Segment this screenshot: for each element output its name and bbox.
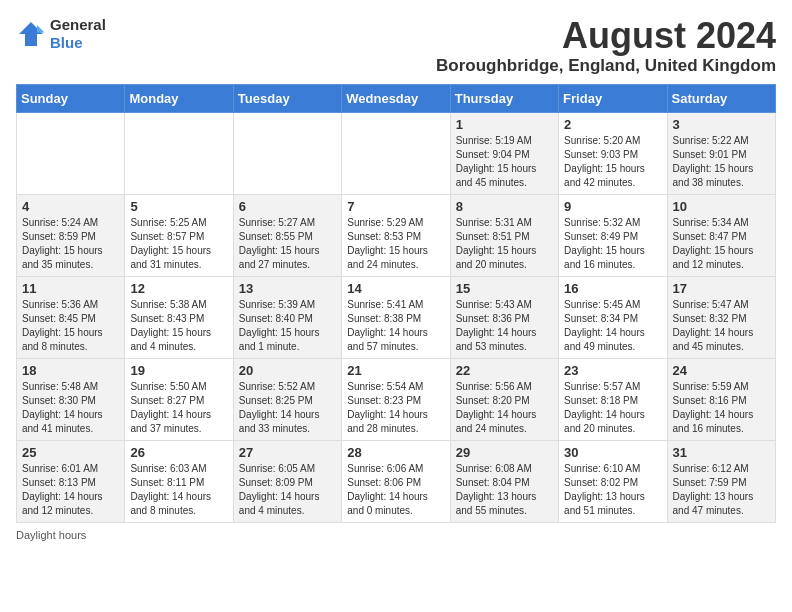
day-cell: 19Sunrise: 5:50 AM Sunset: 8:27 PM Dayli… — [125, 358, 233, 440]
day-cell: 25Sunrise: 6:01 AM Sunset: 8:13 PM Dayli… — [17, 440, 125, 522]
day-info: Sunrise: 5:59 AM Sunset: 8:16 PM Dayligh… — [673, 380, 770, 436]
day-cell: 5Sunrise: 5:25 AM Sunset: 8:57 PM Daylig… — [125, 194, 233, 276]
day-info: Sunrise: 5:50 AM Sunset: 8:27 PM Dayligh… — [130, 380, 227, 436]
day-cell: 11Sunrise: 5:36 AM Sunset: 8:45 PM Dayli… — [17, 276, 125, 358]
day-number: 24 — [673, 363, 770, 378]
day-number: 7 — [347, 199, 444, 214]
day-number: 4 — [22, 199, 119, 214]
day-number: 20 — [239, 363, 336, 378]
logo-blue: Blue — [50, 34, 83, 51]
day-number: 17 — [673, 281, 770, 296]
title-block: August 2024 Boroughbridge, England, Unit… — [436, 16, 776, 76]
day-number: 14 — [347, 281, 444, 296]
week-row-2: 4Sunrise: 5:24 AM Sunset: 8:59 PM Daylig… — [17, 194, 776, 276]
day-cell: 10Sunrise: 5:34 AM Sunset: 8:47 PM Dayli… — [667, 194, 775, 276]
day-cell: 8Sunrise: 5:31 AM Sunset: 8:51 PM Daylig… — [450, 194, 558, 276]
col-header-tuesday: Tuesday — [233, 84, 341, 112]
day-cell: 13Sunrise: 5:39 AM Sunset: 8:40 PM Dayli… — [233, 276, 341, 358]
day-cell: 7Sunrise: 5:29 AM Sunset: 8:53 PM Daylig… — [342, 194, 450, 276]
day-cell: 29Sunrise: 6:08 AM Sunset: 8:04 PM Dayli… — [450, 440, 558, 522]
col-header-sunday: Sunday — [17, 84, 125, 112]
day-cell: 24Sunrise: 5:59 AM Sunset: 8:16 PM Dayli… — [667, 358, 775, 440]
day-cell: 6Sunrise: 5:27 AM Sunset: 8:55 PM Daylig… — [233, 194, 341, 276]
day-info: Sunrise: 6:08 AM Sunset: 8:04 PM Dayligh… — [456, 462, 553, 518]
col-header-thursday: Thursday — [450, 84, 558, 112]
day-info: Sunrise: 5:32 AM Sunset: 8:49 PM Dayligh… — [564, 216, 661, 272]
day-info: Sunrise: 6:10 AM Sunset: 8:02 PM Dayligh… — [564, 462, 661, 518]
day-info: Sunrise: 5:54 AM Sunset: 8:23 PM Dayligh… — [347, 380, 444, 436]
day-info: Sunrise: 5:29 AM Sunset: 8:53 PM Dayligh… — [347, 216, 444, 272]
day-number: 19 — [130, 363, 227, 378]
day-info: Sunrise: 6:06 AM Sunset: 8:06 PM Dayligh… — [347, 462, 444, 518]
day-cell: 28Sunrise: 6:06 AM Sunset: 8:06 PM Dayli… — [342, 440, 450, 522]
day-info: Sunrise: 5:25 AM Sunset: 8:57 PM Dayligh… — [130, 216, 227, 272]
day-number: 28 — [347, 445, 444, 460]
day-info: Sunrise: 5:52 AM Sunset: 8:25 PM Dayligh… — [239, 380, 336, 436]
logo-icon — [16, 19, 46, 49]
day-info: Sunrise: 6:03 AM Sunset: 8:11 PM Dayligh… — [130, 462, 227, 518]
day-number: 31 — [673, 445, 770, 460]
week-row-4: 18Sunrise: 5:48 AM Sunset: 8:30 PM Dayli… — [17, 358, 776, 440]
logo-inner: General Blue — [16, 16, 106, 52]
day-cell: 14Sunrise: 5:41 AM Sunset: 8:38 PM Dayli… — [342, 276, 450, 358]
day-cell: 30Sunrise: 6:10 AM Sunset: 8:02 PM Dayli… — [559, 440, 667, 522]
day-info: Sunrise: 6:01 AM Sunset: 8:13 PM Dayligh… — [22, 462, 119, 518]
day-cell: 17Sunrise: 5:47 AM Sunset: 8:32 PM Dayli… — [667, 276, 775, 358]
day-info: Sunrise: 5:43 AM Sunset: 8:36 PM Dayligh… — [456, 298, 553, 354]
day-info: Sunrise: 5:24 AM Sunset: 8:59 PM Dayligh… — [22, 216, 119, 272]
day-cell: 2Sunrise: 5:20 AM Sunset: 9:03 PM Daylig… — [559, 112, 667, 194]
day-info: Sunrise: 5:34 AM Sunset: 8:47 PM Dayligh… — [673, 216, 770, 272]
day-cell — [342, 112, 450, 194]
day-cell: 20Sunrise: 5:52 AM Sunset: 8:25 PM Dayli… — [233, 358, 341, 440]
day-cell: 1Sunrise: 5:19 AM Sunset: 9:04 PM Daylig… — [450, 112, 558, 194]
day-cell: 15Sunrise: 5:43 AM Sunset: 8:36 PM Dayli… — [450, 276, 558, 358]
day-info: Sunrise: 5:31 AM Sunset: 8:51 PM Dayligh… — [456, 216, 553, 272]
day-cell: 18Sunrise: 5:48 AM Sunset: 8:30 PM Dayli… — [17, 358, 125, 440]
day-cell: 12Sunrise: 5:38 AM Sunset: 8:43 PM Dayli… — [125, 276, 233, 358]
col-header-monday: Monday — [125, 84, 233, 112]
day-info: Sunrise: 5:56 AM Sunset: 8:20 PM Dayligh… — [456, 380, 553, 436]
day-number: 3 — [673, 117, 770, 132]
svg-marker-1 — [37, 25, 45, 33]
day-info: Sunrise: 5:27 AM Sunset: 8:55 PM Dayligh… — [239, 216, 336, 272]
day-number: 12 — [130, 281, 227, 296]
svg-marker-0 — [19, 22, 43, 46]
day-cell — [233, 112, 341, 194]
day-cell — [125, 112, 233, 194]
day-cell: 3Sunrise: 5:22 AM Sunset: 9:01 PM Daylig… — [667, 112, 775, 194]
page-header: General Blue August 2024 Boroughbridge, … — [16, 16, 776, 76]
day-number: 1 — [456, 117, 553, 132]
day-cell: 31Sunrise: 6:12 AM Sunset: 7:59 PM Dayli… — [667, 440, 775, 522]
day-number: 10 — [673, 199, 770, 214]
day-number: 18 — [22, 363, 119, 378]
footer-note: Daylight hours — [16, 529, 776, 541]
day-info: Sunrise: 5:20 AM Sunset: 9:03 PM Dayligh… — [564, 134, 661, 190]
day-number: 5 — [130, 199, 227, 214]
day-info: Sunrise: 5:47 AM Sunset: 8:32 PM Dayligh… — [673, 298, 770, 354]
day-cell: 21Sunrise: 5:54 AM Sunset: 8:23 PM Dayli… — [342, 358, 450, 440]
day-number: 11 — [22, 281, 119, 296]
day-info: Sunrise: 6:12 AM Sunset: 7:59 PM Dayligh… — [673, 462, 770, 518]
day-info: Sunrise: 5:22 AM Sunset: 9:01 PM Dayligh… — [673, 134, 770, 190]
calendar-header-row: SundayMondayTuesdayWednesdayThursdayFrid… — [17, 84, 776, 112]
day-number: 6 — [239, 199, 336, 214]
main-title: August 2024 — [436, 16, 776, 56]
day-number: 27 — [239, 445, 336, 460]
day-info: Sunrise: 5:48 AM Sunset: 8:30 PM Dayligh… — [22, 380, 119, 436]
day-cell: 16Sunrise: 5:45 AM Sunset: 8:34 PM Dayli… — [559, 276, 667, 358]
subtitle: Boroughbridge, England, United Kingdom — [436, 56, 776, 76]
day-info: Sunrise: 5:36 AM Sunset: 8:45 PM Dayligh… — [22, 298, 119, 354]
day-info: Sunrise: 5:39 AM Sunset: 8:40 PM Dayligh… — [239, 298, 336, 354]
week-row-5: 25Sunrise: 6:01 AM Sunset: 8:13 PM Dayli… — [17, 440, 776, 522]
day-info: Sunrise: 5:41 AM Sunset: 8:38 PM Dayligh… — [347, 298, 444, 354]
daylight-label: Daylight hours — [16, 529, 86, 541]
week-row-1: 1Sunrise: 5:19 AM Sunset: 9:04 PM Daylig… — [17, 112, 776, 194]
col-header-saturday: Saturday — [667, 84, 775, 112]
day-cell: 23Sunrise: 5:57 AM Sunset: 8:18 PM Dayli… — [559, 358, 667, 440]
day-cell: 22Sunrise: 5:56 AM Sunset: 8:20 PM Dayli… — [450, 358, 558, 440]
calendar-table: SundayMondayTuesdayWednesdayThursdayFrid… — [16, 84, 776, 523]
day-number: 30 — [564, 445, 661, 460]
day-cell: 4Sunrise: 5:24 AM Sunset: 8:59 PM Daylig… — [17, 194, 125, 276]
logo: General Blue — [16, 16, 106, 52]
day-number: 25 — [22, 445, 119, 460]
